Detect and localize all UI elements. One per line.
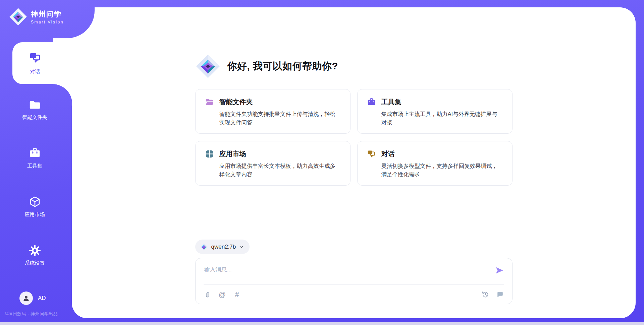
briefcase-icon	[367, 97, 376, 107]
new-chat-button[interactable]	[496, 290, 504, 299]
attach-button[interactable]	[204, 290, 212, 299]
sidebar-item-label: 对话	[30, 69, 40, 75]
chat-icon	[367, 149, 376, 158]
app-root: 你好, 我可以如何帮助你? 智能文件夹 智能文件夹功能支持批量文件上传与清洗，轻…	[0, 0, 644, 325]
hash-icon: #	[235, 290, 239, 299]
diamond-logo-icon	[9, 7, 28, 26]
sidebar-item-toolset[interactable]: 工具集	[0, 147, 69, 169]
card-app-market[interactable]: 应用市场 应用市场提供丰富长文本模板，助力高效生成多样化文章内容	[195, 141, 351, 186]
message-input[interactable]	[196, 258, 512, 284]
card-toolset[interactable]: 工具集 集成市场上主流工具，助力AI与外界无缝扩展与对接	[357, 89, 513, 134]
sidebar-item-label: 智能文件夹	[22, 114, 47, 121]
send-button[interactable]	[495, 266, 504, 275]
sidebar-item-label: 应用市场	[25, 211, 45, 218]
message-composer: @ #	[195, 258, 513, 304]
chevron-down-icon	[238, 244, 244, 250]
main-content: 你好, 我可以如何帮助你? 智能文件夹 智能文件夹功能支持批量文件上传与清洗，轻…	[195, 7, 513, 318]
diamond-logo-icon	[200, 243, 208, 251]
folder-icon	[29, 99, 41, 111]
user-initials: AD	[38, 295, 46, 302]
app-name: 神州问学	[31, 9, 64, 19]
card-description: 集成市场上主流工具，助力AI与外界无缝扩展与对接	[381, 110, 503, 127]
mention-button[interactable]: @	[218, 290, 226, 299]
sidebar-item-smart-folder[interactable]: 智能文件夹	[0, 99, 69, 121]
greeting-title: 你好, 我可以如何帮助你?	[227, 60, 338, 73]
diamond-logo-icon	[195, 54, 221, 79]
paperclip-icon	[204, 291, 211, 298]
app-subtitle: Smart Vision	[31, 20, 64, 24]
card-description: 灵活切换多模型文件，支持多样回复效果调试，满足个性化需求	[381, 162, 503, 179]
at-icon: @	[219, 290, 226, 299]
card-title: 应用市场	[219, 149, 246, 158]
avatar	[19, 291, 33, 305]
card-title: 工具集	[381, 97, 401, 107]
composer-toolbar: @ #	[196, 285, 512, 304]
toolbox-icon	[29, 147, 41, 160]
history-icon	[481, 290, 489, 298]
folder-open-icon	[205, 97, 214, 107]
send-icon	[495, 266, 504, 275]
topic-button[interactable]: #	[233, 290, 241, 299]
card-title: 智能文件夹	[219, 97, 253, 107]
card-smart-folder[interactable]: 智能文件夹 智能文件夹功能支持批量文件上传与清洗，轻松实现文件问答	[195, 89, 351, 134]
history-button[interactable]	[481, 290, 489, 299]
card-chat[interactable]: 对话 灵活切换多模型文件，支持多样回复效果调试，满足个性化需求	[357, 141, 513, 186]
main-panel: 你好, 我可以如何帮助你? 智能文件夹 智能文件夹功能支持批量文件上传与清洗，轻…	[72, 7, 636, 318]
person-icon	[22, 294, 30, 302]
card-description: 应用市场提供丰富长文本模板，助力高效生成多样化文章内容	[219, 162, 341, 179]
sidebar-item-label: 系统设置	[25, 260, 45, 266]
cube-icon	[29, 196, 41, 208]
chat-bubble-icon	[496, 291, 504, 298]
chat-icon	[29, 52, 42, 66]
feature-cards: 智能文件夹 智能文件夹功能支持批量文件上传与清洗，轻松实现文件问答	[195, 89, 513, 186]
copyright-text: ©神州数码 · 神州问学出品	[5, 311, 58, 317]
sidebar-item-settings[interactable]: 系统设置	[0, 244, 69, 266]
model-name: qwen2:7b	[211, 244, 236, 250]
user-account[interactable]: AD	[19, 291, 46, 305]
horizontal-scrollbar[interactable]	[0, 322, 644, 325]
app-logo: 神州问学 Smart Vision	[9, 7, 64, 26]
card-title: 对话	[381, 149, 395, 158]
sidebar-item-chat[interactable]: 对话	[12, 42, 72, 84]
model-selector[interactable]: qwen2:7b	[195, 240, 250, 254]
greeting-block: 你好, 我可以如何帮助你?	[195, 54, 513, 79]
sidebar-item-label: 工具集	[27, 163, 42, 169]
gear-icon	[29, 244, 41, 257]
sidebar-item-app-market[interactable]: 应用市场	[0, 196, 69, 218]
card-description: 智能文件夹功能支持批量文件上传与清洗，轻松实现文件问答	[219, 110, 341, 127]
grid-icon	[205, 149, 214, 158]
